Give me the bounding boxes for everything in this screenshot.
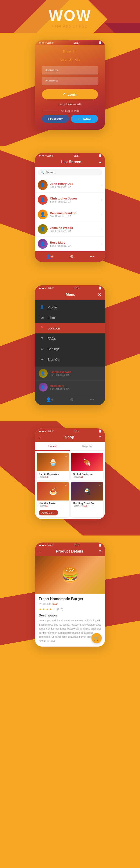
signin-title: Sign In App UI Kit: [42, 50, 98, 61]
menu-item-signout[interactable]: ↩ Sign Out: [35, 354, 105, 365]
phone-list: ●●●●● Carrier 13:37 ▉ List Screen ≡ 🔍 👤 …: [35, 153, 105, 262]
menu-item-inbox[interactable]: ✉ Inbox: [35, 312, 105, 323]
product-header: ‹ Product Details ≡: [35, 548, 105, 556]
phone-menu: ●●●●● Carrier 13:37 ▉ Menu ✕ 👤 Profile ✉…: [35, 285, 105, 405]
product-price: Price: $25 $25: [73, 505, 101, 507]
menu-item-settings[interactable]: ⚙ Settings: [35, 344, 105, 354]
facebook-button[interactable]: f Facebook: [42, 115, 69, 123]
cart-fab-button[interactable]: 🛒: [91, 633, 102, 643]
time-4: 13:37: [74, 430, 79, 432]
list-item[interactable]: 👤 Rose Mary San Francisco, CA ›: [35, 237, 105, 251]
hamburger-icon[interactable]: ≡: [99, 435, 101, 439]
shop-title: Shop: [40, 435, 99, 439]
status-bar-4: ●●●●● Carrier 13:37 ▉: [35, 428, 105, 433]
product-price: Price: $5: [39, 505, 67, 507]
screen2-section: ●●●●● Carrier 13:37 ▉ List Screen ≡ 🔍 👤 …: [0, 146, 140, 278]
menu-item-location[interactable]: 📍 Location: [35, 323, 105, 334]
star-2: ★: [42, 608, 45, 611]
phone-product: ●●●●● Carrier 13:37 ▉ ‹ Product Details …: [35, 542, 105, 647]
rating-stars: ★ ★ ★ ★ ☆ (215): [39, 608, 101, 611]
menu-list-info: Jasmine Woods San Francisco, CA: [50, 371, 71, 376]
avatar: 👤: [38, 224, 48, 234]
product-image: 🍳 ♡: [71, 482, 103, 500]
star-4: ★: [49, 608, 52, 611]
forgot-password-link[interactable]: Forgot Password?: [42, 103, 98, 106]
list-item[interactable]: 👤 Christopher Jason San Francisco, CA ›: [35, 192, 105, 207]
list-item[interactable]: 👤 John Henry Doe San Francisco, CA ›: [35, 178, 105, 192]
search-bar: 🔍: [38, 169, 102, 176]
list-header: List Screen ≡: [35, 158, 105, 167]
close-icon[interactable]: ✕: [98, 292, 101, 297]
settings-icon[interactable]: ⚙: [70, 254, 74, 259]
new-price: $10: [53, 602, 58, 606]
menu-bottom-bar: 👤+ ⚙ •••: [35, 394, 105, 405]
time-1: 13:37: [74, 41, 79, 44]
product-image: 🧁 ♡: [37, 453, 69, 471]
product-image: 🍖 ♥: [71, 453, 103, 471]
chevron-right-icon: ›: [101, 183, 102, 187]
signout-icon: ↩: [40, 357, 44, 362]
social-buttons: f Facebook 🐦 Twitter: [42, 115, 98, 123]
menu-list-item[interactable]: 👤 Jasmine Woods San Francisco, CA: [35, 367, 105, 380]
product-image: 🍝 ♡: [37, 482, 69, 500]
menu-item-profile[interactable]: 👤 Profile: [35, 302, 105, 312]
description-title: Description: [39, 614, 101, 617]
shop-grid: 🧁 ♡ Picnic Cupcakes Price: $5 🍖 ♥: [35, 451, 105, 519]
settings-icon[interactable]: ⚙: [70, 397, 74, 402]
food-icon: 🍳: [83, 488, 91, 495]
old-price: $5: [47, 602, 51, 606]
product-details-title: Product Details: [40, 549, 99, 554]
bottom-tab-bar: 👤+ ⚙ •••: [35, 251, 105, 262]
carrier-5: ●●●●● Carrier: [39, 544, 54, 547]
carrier-3: ●●●●● Carrier: [39, 287, 54, 289]
menu-list-item[interactable]: 👤 Rose Mary San Francisco, CA: [35, 380, 105, 394]
tab-latest[interactable]: Latest: [35, 442, 70, 451]
or-divider: Or Log In with: [42, 109, 98, 113]
list-item[interactable]: 👤 Benjamin Franklin San Francisco, CA ›: [35, 207, 105, 222]
avatar: 👤: [38, 195, 48, 205]
status-bar-2: ●●●●● Carrier 13:37 ▉: [35, 153, 105, 158]
time-2: 13:37: [74, 154, 79, 157]
carrier-2: ●●●●● Carrier: [39, 154, 54, 157]
add-user-icon[interactable]: 👤+: [46, 397, 54, 402]
more-icon[interactable]: •••: [90, 254, 94, 259]
password-input[interactable]: [42, 77, 98, 85]
menu-list-items: 👤 Jasmine Woods San Francisco, CA 👤 Rose…: [35, 367, 105, 394]
facebook-icon: f: [48, 117, 49, 120]
location-icon: 📍: [40, 326, 44, 331]
username-input[interactable]: [42, 66, 98, 74]
time-3: 13:37: [74, 287, 79, 289]
shop-card: 🍝 ♡ Healthy Pasta Price: $5 Add to Cart …: [37, 482, 69, 517]
add-to-cart-button[interactable]: Add to Cart +: [39, 510, 58, 516]
more-icon[interactable]: •••: [90, 397, 94, 402]
list-item[interactable]: 👤 Jasmine Woods San Francisco, CA ›: [35, 222, 105, 237]
twitter-button[interactable]: 🐦 Twitter: [71, 115, 98, 123]
hamburger-icon[interactable]: ≡: [99, 549, 101, 554]
wishlist-icon[interactable]: ♥: [100, 454, 102, 458]
shop-card: 🍖 ♥ Grilled Barbecue Price: $25: [71, 453, 103, 480]
avatar: 👤: [38, 210, 48, 219]
add-user-icon[interactable]: 👤+: [46, 254, 54, 259]
tab-popular[interactable]: Popular: [70, 442, 105, 450]
chevron-right-icon: ›: [101, 198, 102, 202]
login-button[interactable]: ✓ Login: [42, 89, 98, 99]
menu-title: Menu: [44, 292, 98, 297]
product-info: Picnic Cupcakes Price: $5: [37, 471, 69, 480]
hamburger-icon[interactable]: ≡: [99, 160, 101, 164]
shop-card: 🧁 ♡ Picnic Cupcakes Price: $5: [37, 453, 69, 480]
wishlist-icon[interactable]: ♡: [65, 483, 68, 487]
product-price: Price: $25: [73, 475, 101, 478]
food-icon: 🍖: [83, 458, 91, 466]
wishlist-icon[interactable]: ♡: [99, 483, 102, 487]
product-price: Price: $5: [39, 475, 67, 478]
menu-item-faqs[interactable]: ? FAQs: [35, 334, 105, 344]
wishlist-icon[interactable]: ♡: [65, 454, 68, 458]
star-5: ☆: [53, 608, 56, 611]
product-price: Price: $5 $10: [39, 602, 101, 606]
chevron-right-icon: ›: [101, 227, 102, 231]
food-icon: 🧁: [49, 458, 57, 466]
status-bar-5: ●●●●● Carrier 13:37 ▉: [35, 542, 105, 548]
search-input[interactable]: [46, 170, 100, 174]
battery-2: ▉: [100, 154, 101, 157]
product-info: Grilled Barbecue Price: $25: [71, 471, 103, 480]
